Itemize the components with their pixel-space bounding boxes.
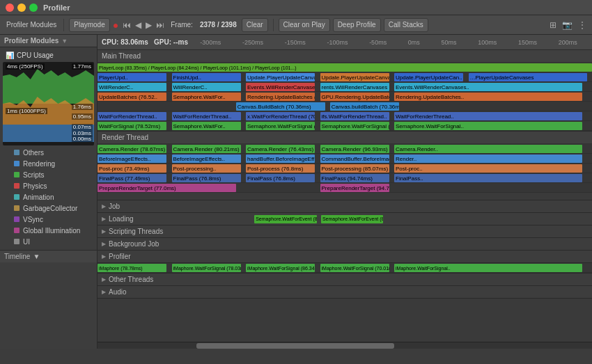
track-block[interactable]: Semaphore.WaitFor.. <box>172 93 241 101</box>
track-block[interactable]: Semaphore.WaitForSignal (70.. <box>246 122 315 130</box>
track-block[interactable]: FinalPass (76.8ms) <box>246 174 315 182</box>
clear-btn[interactable]: Clear <box>242 18 268 32</box>
screenshot-icon[interactable]: 📷 <box>561 20 574 30</box>
track-block[interactable]: FinishUpd.. <box>172 73 241 81</box>
minimize-button[interactable] <box>17 3 26 12</box>
track-block[interactable]: Post-processing.. <box>172 164 241 173</box>
job-section[interactable]: ▶ Job <box>98 200 592 213</box>
sidebar-item-globalillumination[interactable]: Global Illumination <box>0 225 97 236</box>
track-block[interactable]: Camera.Render (96.93ms) <box>320 145 389 153</box>
profiler-collapsed[interactable]: ▶ Profiler <box>98 251 592 263</box>
sidebar-dropdown-icon[interactable]: ▼ <box>61 38 68 45</box>
timeline-content[interactable]: Main Thread PlayerLoop (83.35ms) / Playe… <box>98 50 592 342</box>
close-button[interactable] <box>6 3 14 12</box>
prev-frame-icon[interactable]: ◀ <box>134 20 143 30</box>
playmode-btn[interactable]: Playmode <box>69 18 109 32</box>
track-block[interactable]: WaitForSignal (78.52ms) <box>98 122 166 130</box>
track-block[interactable]: Render.. <box>394 155 582 163</box>
render-thread-tracks: Camera.Render (78.67ms) Camera.Render (8… <box>98 144 592 200</box>
track-block[interactable]: FinalPass.. <box>394 174 582 182</box>
track-block[interactable]: Semaphore.WaitForEvent (85.0ms) <box>321 215 383 223</box>
other-threads-section[interactable]: ▶ Other Threads <box>98 274 592 286</box>
track-block[interactable]: PlayerLoop (83.35ms) / PlayerLoop (84.24… <box>98 63 592 72</box>
track-block[interactable]: WaitForRenderThread.. <box>394 112 582 120</box>
track-block[interactable]: iMaphore.WaitForSignal.. <box>394 264 582 272</box>
timeline-dropdown-icon[interactable]: ▼ <box>33 253 40 260</box>
track-block[interactable]: FinalPass (77.49ms) <box>98 174 166 182</box>
track-block[interactable]: …PlayerUpdateCanvases <box>469 73 587 81</box>
track-block[interactable]: WillRenderC.. <box>98 83 166 91</box>
scrollbar-thumb[interactable] <box>196 343 394 349</box>
track-block[interactable]: Canvas.BuildBatch (70.36ms) <box>236 102 325 111</box>
track-block[interactable]: iMaphore.WaitForSignal (70.01ms) <box>320 264 389 272</box>
track-block[interactable]: PlayerUpd.. <box>98 73 166 81</box>
cpu-usage-title[interactable]: 📊 CPU Usage <box>0 50 97 61</box>
track-block[interactable]: Update.PlayerUpdateCanvases (C <box>320 73 389 81</box>
track-block[interactable]: Post-proc.. <box>394 164 582 173</box>
sidebar-item-garbagecollector[interactable]: GarbageCollector <box>0 203 97 214</box>
sidebar-item-animation[interactable]: Animation <box>0 191 97 203</box>
track-block[interactable]: UpdateBatches (76.52.. <box>98 93 166 101</box>
track-block[interactable]: Update.PlayerUpdateCanvases <box>246 73 315 81</box>
track-block[interactable]: Canvas.buildBatch (70.36ms) <box>330 102 399 111</box>
track-block[interactable]: handBuffer.BeforeImageEff.. <box>246 155 315 163</box>
track-block[interactable]: Events.WillRenderCanvases (70.35 <box>246 83 315 91</box>
track-block[interactable]: CommandBuffer.BeforeImage.. <box>320 155 389 163</box>
timeline-selector[interactable]: Timeline ▼ <box>0 250 97 262</box>
track-block[interactable]: BeforeImageEffects.. <box>98 155 166 163</box>
track-block[interactable]: Semaphore.WaitForSignal.. <box>394 122 582 130</box>
sidebar-item-rendering[interactable]: Rendering <box>0 158 97 169</box>
step-back-icon[interactable]: ⏮ <box>121 20 132 30</box>
track-block[interactable]: BeforeImageEffects.. <box>172 155 241 163</box>
track-block[interactable]: ifs.WaitForRenderThread.. <box>320 112 389 120</box>
track-block[interactable]: x.WaitForRenderThread (70.3ms) <box>246 112 315 120</box>
track-block[interactable]: WaitForRenderThread.. <box>98 112 166 120</box>
track-block[interactable]: WaitForRenderThread.. <box>172 112 241 120</box>
track-block[interactable]: Camera.Render (80.21ms) <box>172 145 241 153</box>
sidebar-item-physics[interactable]: Physics <box>0 180 97 191</box>
maximize-button[interactable] <box>29 3 38 12</box>
track-block[interactable]: Rendering.UpdateBatches (70.. <box>246 93 315 101</box>
background-job-section[interactable]: ▶ Background Job <box>98 238 592 251</box>
track-block[interactable]: Events.WillRenderCanvases.. <box>394 83 582 91</box>
scripting-threads-section[interactable]: ▶ Scripting Threads <box>98 225 592 238</box>
window-controls <box>6 3 38 12</box>
clear-on-play-btn[interactable]: Clear on Play <box>279 18 330 32</box>
deep-profile-btn[interactable]: Deep Profile <box>333 18 381 32</box>
layout-icon[interactable]: ⊞ <box>548 20 558 30</box>
track-block[interactable]: iMaphore.WaitForSignal (78.03ms) <box>172 264 241 272</box>
track-block[interactable]: iMaphore (78.78ms) <box>98 264 166 272</box>
track-block[interactable]: Camera.Render (78.67ms) <box>98 145 166 153</box>
track-block[interactable]: FinalPass (76.8ms) <box>172 174 241 182</box>
track-block[interactable]: Camera.Render (76.43ms) <box>246 145 315 153</box>
track-block[interactable]: PrepareRenderTarget (77.0ms) <box>98 184 236 192</box>
track-block[interactable]: rents.WillRenderCanvases <box>320 83 389 91</box>
loading-section[interactable]: ▶ Loading Semaphore.WaitForEvent (85.4ms… <box>98 213 592 225</box>
more-icon[interactable]: ⋮ <box>577 20 588 30</box>
track-block[interactable]: Camera.Render.. <box>394 145 582 153</box>
track-block[interactable]: Update.PlayerUpdateCan.. <box>394 73 463 81</box>
track-block[interactable]: FinalPass (94.74ms) <box>320 174 389 182</box>
track-row: PrepareRenderTarget (77.0ms) PrepareRend… <box>98 183 592 193</box>
track-block[interactable]: Post-proc (73.49ms) <box>98 164 166 173</box>
sidebar-item-ui[interactable]: UI <box>0 236 97 247</box>
track-block[interactable]: PrepareRenderTarget (94.71ms) <box>320 184 389 192</box>
track-block[interactable]: Post-processing (85.07ms) <box>320 164 389 173</box>
track-block[interactable]: Semaphore.WaitForSignal (97.. <box>320 122 389 130</box>
track-block[interactable]: Semaphore.WaitForEvent (85.4ms) <box>254 215 316 223</box>
record-indicator[interactable]: ● <box>113 19 118 31</box>
next-frame-icon[interactable]: ▶ <box>144 20 153 30</box>
sidebar-item-others[interactable]: Others <box>0 147 97 158</box>
call-stacks-btn[interactable]: Call Stacks <box>384 18 428 32</box>
sidebar-item-vsync[interactable]: VSync <box>0 214 97 225</box>
track-block[interactable]: WillRenderC.. <box>172 83 241 91</box>
track-block[interactable]: GPU.Rendering.UpdateBatches.. <box>320 93 389 101</box>
audio-section[interactable]: ▶ Audio <box>98 286 592 299</box>
track-block[interactable]: iMaphore.WaitForSignal (86.34ms) <box>246 264 315 272</box>
sidebar-item-scripts[interactable]: Scripts <box>0 169 97 180</box>
track-block[interactable]: Post-process (76.8ms) <box>246 164 315 173</box>
track-block[interactable]: Rendering.UpdateBatches.. <box>394 93 582 101</box>
horizontal-scrollbar[interactable] <box>98 342 592 349</box>
step-forward-icon[interactable]: ⏭ <box>155 20 166 30</box>
track-block[interactable]: Semaphore.WaitFor.. <box>172 122 241 130</box>
